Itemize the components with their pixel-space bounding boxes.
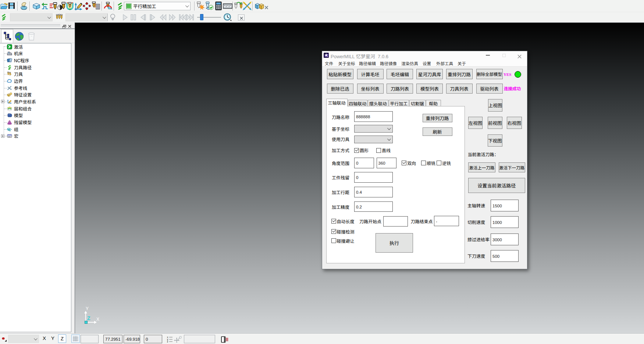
svg-text:z: z: [167, 340, 168, 343]
